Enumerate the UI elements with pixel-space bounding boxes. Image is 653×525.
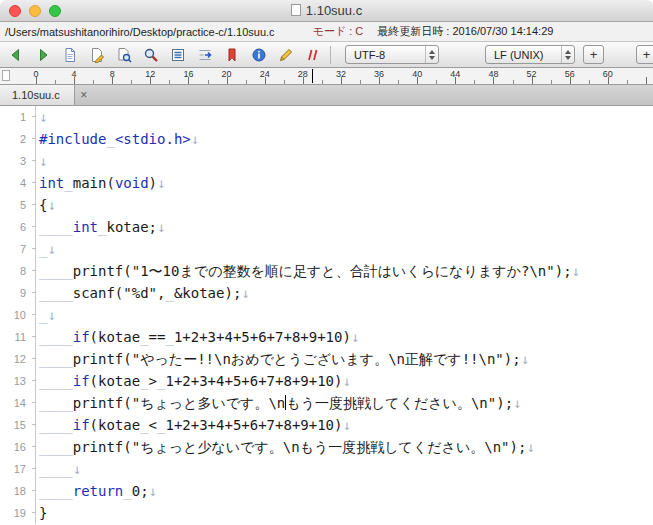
- code-segment: (kotae: [90, 417, 141, 433]
- pencil-button[interactable]: [274, 44, 297, 65]
- search-button[interactable]: [139, 44, 162, 65]
- code-line[interactable]: 11____if(kotae_==_1+2+3+4+5+6+7+8+9+10)↓: [0, 326, 653, 348]
- line-ending-mark: ↓: [342, 373, 350, 389]
- code-text: ____↓: [36, 458, 81, 480]
- document-list-button[interactable]: [166, 44, 189, 65]
- new-document-button[interactable]: [58, 44, 81, 65]
- code-segment: void: [115, 175, 149, 191]
- bookmark-button[interactable]: [220, 44, 243, 65]
- line-ending-mark: ↓: [39, 153, 47, 169]
- code-segment: 1+2+3+4+5+6+7+8+9+10): [165, 373, 342, 389]
- line-ending-mark: ↓: [73, 461, 81, 477]
- comment-button[interactable]: [301, 44, 324, 65]
- code-line[interactable]: 17____↓: [0, 458, 653, 480]
- code-line[interactable]: 2#include_<stdio.h>↓: [0, 128, 653, 150]
- forward-button[interactable]: [31, 44, 54, 65]
- code-segment: if: [73, 373, 90, 389]
- code-line[interactable]: 12____printf("やったー!!\nおめでとうございます。\n正解です!…: [0, 348, 653, 370]
- line-ending-mark: ↓: [39, 109, 47, 125]
- back-button[interactable]: [4, 44, 27, 65]
- code-text: ____printf("やったー!!\nおめでとうございます。\n正解です!!\…: [36, 348, 529, 370]
- code-line[interactable]: 8____printf("1〜10までの整数を順に足すと、合計はいくらになります…: [0, 260, 653, 282]
- code-line[interactable]: 3↓: [0, 150, 653, 172]
- code-line[interactable]: 15____if(kotae_<_1+2+3+4+5+6+7+8+9+10)↓: [0, 414, 653, 436]
- edit-document-button[interactable]: [85, 44, 108, 65]
- code-segment: ____: [39, 461, 73, 477]
- code-text: ____if(kotae_>_1+2+3+4+5+6+7+8+9+10)↓: [36, 370, 351, 392]
- tab-close-button[interactable]: ×: [75, 85, 93, 105]
- code-segment: _: [140, 373, 148, 389]
- title-bar: 1.10suu.c: [0, 0, 653, 22]
- mode-label: モード : C: [313, 24, 364, 39]
- code-line[interactable]: 6____int_kotae;↓: [0, 216, 653, 238]
- code-text: {↓: [36, 194, 56, 216]
- ruler-number: 36: [374, 69, 384, 79]
- line-number: 6: [0, 216, 36, 238]
- line-ending-mark: ↓: [157, 219, 165, 235]
- add-button[interactable]: +: [583, 45, 604, 64]
- ruler-number: 32: [336, 69, 346, 79]
- goto-line-icon: [197, 47, 213, 63]
- document-search-button[interactable]: [112, 44, 135, 65]
- code-segment: scanf("%d",: [73, 285, 166, 301]
- code-line[interactable]: 18____return_0;↓: [0, 480, 653, 502]
- back-icon: [8, 47, 24, 63]
- code-line[interactable]: 4int_main(void)↓: [0, 172, 653, 194]
- code-line[interactable]: 14____printf("ちょっと多いです。\nもう一度挑戦してください。\n…: [0, 392, 653, 414]
- code-segment: (kotae: [90, 373, 141, 389]
- document-search-icon: [116, 47, 132, 63]
- add-split-button[interactable]: +: [636, 45, 653, 64]
- code-segment: main(: [73, 175, 115, 191]
- code-line[interactable]: 5{↓: [0, 194, 653, 216]
- info-button[interactable]: [247, 44, 270, 65]
- code-segment: ____: [39, 439, 73, 455]
- line-number: 15: [0, 414, 36, 436]
- line-number: 13: [0, 370, 36, 392]
- line-ending-mark: ↓: [526, 439, 534, 455]
- code-segment: ____: [39, 483, 73, 499]
- ruler-number: 56: [565, 69, 575, 79]
- toolbar: UTF-8 LF (UNIX) + +: [0, 42, 653, 68]
- search-icon: [143, 47, 159, 63]
- document-list-icon: [170, 47, 186, 63]
- line-ending-mark: ↓: [191, 131, 199, 147]
- code-line[interactable]: 10_↓: [0, 304, 653, 326]
- code-line[interactable]: 9____scanf("%d",_&kotae);↓: [0, 282, 653, 304]
- code-segment: ____: [39, 417, 73, 433]
- line-ending-select[interactable]: LF (UNIX): [485, 45, 575, 64]
- ruler-number: 60: [603, 69, 613, 79]
- tab-document[interactable]: 1.10suu.c: [0, 85, 75, 105]
- line-number: 10: [0, 304, 36, 326]
- ruler: 04812162024283236404448525660: [0, 68, 653, 85]
- info-bar: /Users/matsushitanorihiro/Desktop/practi…: [0, 22, 653, 42]
- editor[interactable]: 1↓2#include_<stdio.h>↓3↓4int_main(void)↓…: [0, 106, 653, 525]
- ruler-number: 8: [110, 69, 115, 79]
- ruler-number: 20: [222, 69, 232, 79]
- code-line[interactable]: 1↓: [0, 106, 653, 128]
- line-number: 8: [0, 260, 36, 282]
- toolbar-icons: [4, 44, 324, 65]
- line-number: 12: [0, 348, 36, 370]
- code-line[interactable]: 16____printf("ちょっと少ないです。\nもう一度挑戦してください。\…: [0, 436, 653, 458]
- ruler-number: 16: [183, 69, 193, 79]
- document-proxy-icon: [291, 4, 301, 16]
- code-line[interactable]: 13____if(kotae_>_1+2+3+4+5+6+7+8+9+10)↓: [0, 370, 653, 392]
- code-segment: ____: [39, 263, 73, 279]
- line-ending-mark: ↓: [521, 351, 529, 367]
- edit-document-icon: [89, 47, 105, 63]
- line-ending-mark: ↓: [513, 395, 521, 411]
- ruler-number: 4: [72, 69, 77, 79]
- code-line[interactable]: 19}: [0, 502, 653, 524]
- code-line[interactable]: 7_↓: [0, 238, 653, 260]
- code-segment: >: [149, 373, 157, 389]
- goto-line-button[interactable]: [193, 44, 216, 65]
- code-segment: _: [123, 483, 131, 499]
- stepper-arrows-icon: [561, 46, 574, 63]
- code-segment: もう一度挑戦してください。\n");: [286, 395, 513, 411]
- code-segment: 1+2+3+4+5+6+7+8+9+10): [174, 329, 351, 345]
- code-text: ____printf("1〜10までの整数を順に足すと、合計はいくらになりますか…: [36, 260, 580, 282]
- file-path: /Users/matsushitanorihiro/Desktop/practi…: [5, 26, 275, 38]
- encoding-select[interactable]: UTF-8: [345, 45, 439, 64]
- code-segment: printf("ちょっと多いです。\n: [73, 395, 286, 411]
- line-ending-mark: ↓: [572, 263, 580, 279]
